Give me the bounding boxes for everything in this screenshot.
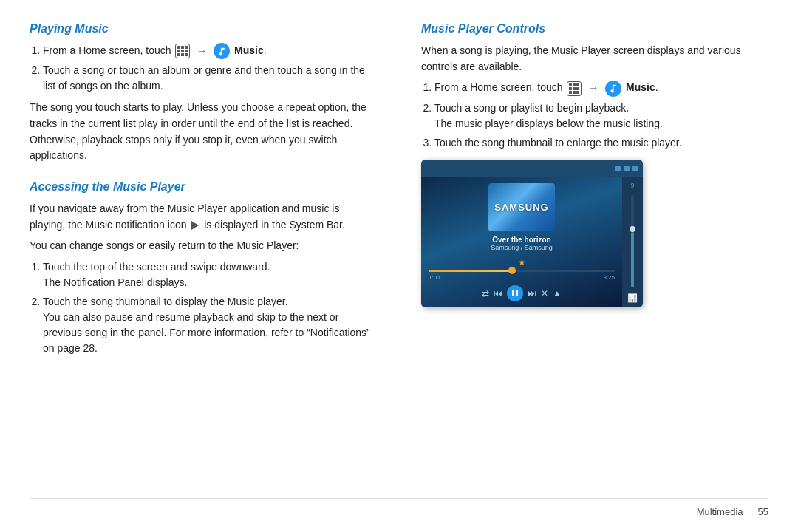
next-btn: ⏭ — [528, 288, 536, 299]
accessing-title: Accessing the Music Player — [30, 180, 377, 194]
player-controls: ⇄ ⏮ ⏭ ✕ ▲ — [482, 285, 562, 301]
player-sidebar-icon: 📊 — [627, 293, 638, 303]
pause-icon — [512, 290, 518, 296]
player-sidebar: 9 📊 — [622, 177, 643, 307]
controls-step-1: From a Home screen, touch → — [434, 80, 768, 96]
music-app-icon — [214, 43, 230, 59]
player-time-elapsed: 1:00 — [429, 274, 440, 281]
arrow-icon: → — [197, 44, 207, 59]
shuffle-btn: ⇄ — [482, 288, 489, 299]
player-main: SAMSUNG Over the horizon Samsung / Samsu… — [421, 177, 622, 307]
page-number: 55 — [758, 506, 768, 517]
right-column: Music Player Controls When a song is pla… — [414, 22, 768, 491]
controls-intro: When a song is playing, the Music Player… — [421, 43, 768, 75]
player-progress-bar — [429, 270, 615, 272]
prev-btn: ⏮ — [494, 288, 502, 299]
playing-step-1: From a Home screen, touch → — [43, 43, 377, 59]
topbar-dot-2 — [624, 166, 630, 171]
player-screenshot: SAMSUNG Over the horizon Samsung / Samsu… — [421, 160, 643, 307]
playing-music-title: Playing Music — [30, 22, 377, 35]
topbar-dot-3 — [632, 166, 638, 171]
music-app-icon-2 — [605, 81, 621, 97]
player-sidebar-num: 9 — [630, 182, 634, 189]
topbar-dot-1 — [615, 166, 621, 171]
controls-title: Music Player Controls — [421, 22, 768, 35]
player-body: SAMSUNG Over the horizon Samsung / Samsu… — [421, 177, 643, 307]
player-volume-track — [631, 195, 634, 287]
pause-bar-2 — [516, 290, 518, 296]
accessing-step-2: Touch the song thumbnail to display the … — [43, 294, 377, 356]
grid-icon — [175, 44, 190, 58]
player-progress-fill — [429, 270, 512, 272]
repeat-btn: ✕ — [541, 288, 548, 299]
player-volume-dot — [630, 226, 635, 232]
accessing-section: Accessing the Music Player If you naviga… — [30, 180, 377, 356]
volume-btn: ▲ — [553, 288, 562, 299]
grid-icon-2 — [567, 81, 582, 96]
section-label: Multimedia — [697, 506, 743, 517]
pause-bar-1 — [512, 290, 514, 296]
controls-step-3: Touch the song thumbnail to enlarge the … — [434, 135, 768, 151]
player-progress-area: ★ 1:00 3:25 — [429, 257, 615, 281]
accessing-step-1: Touch the top of the screen and swipe do… — [43, 259, 377, 290]
accessing-para1: If you navigate away from the Music Play… — [30, 201, 377, 233]
playing-music-section: Playing Music From a Home screen, touch — [30, 22, 377, 164]
player-progress-dot — [508, 267, 516, 274]
playing-music-paragraph: The song you touch starts to play. Unles… — [30, 100, 377, 164]
accessing-para2: You can change songs or easily return to… — [30, 238, 377, 254]
playing-step-2: Touch a song or touch an album or genre … — [43, 63, 377, 94]
controls-section: Music Player Controls When a song is pla… — [421, 22, 768, 307]
player-topbar — [421, 160, 643, 177]
player-time-total: 3:25 — [603, 274, 615, 281]
left-column: Playing Music From a Home screen, touch — [30, 22, 384, 491]
footer: Multimedia 55 — [30, 498, 768, 517]
music-label-1: Music — [234, 44, 264, 56]
play-notification-icon — [191, 221, 199, 230]
player-song-title: Over the horizon — [491, 236, 553, 244]
pause-btn — [507, 285, 523, 301]
player-time-row: 1:00 3:25 — [429, 274, 615, 281]
player-song-info: Over the horizon Samsung / Samsung — [491, 236, 553, 251]
player-album-art: SAMSUNG — [488, 183, 555, 231]
music-label-2: Music — [626, 81, 655, 93]
controls-step-2: Touch a song or playlist to begin playba… — [434, 100, 768, 132]
player-star: ★ — [429, 257, 615, 267]
player-volume-fill — [631, 232, 634, 287]
arrow-icon-2: → — [588, 81, 598, 96]
player-artist: Samsung / Samsung — [491, 244, 553, 251]
